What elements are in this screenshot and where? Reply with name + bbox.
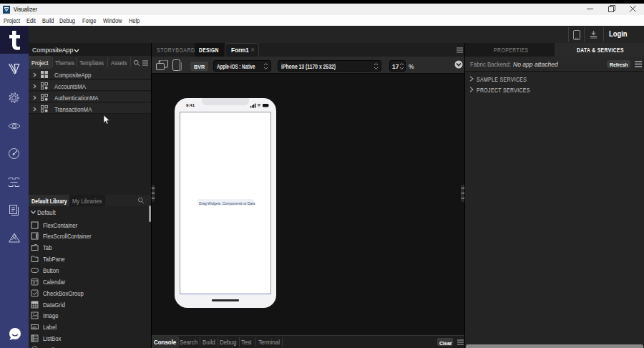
- svg-text:abc: abc: [32, 326, 38, 329]
